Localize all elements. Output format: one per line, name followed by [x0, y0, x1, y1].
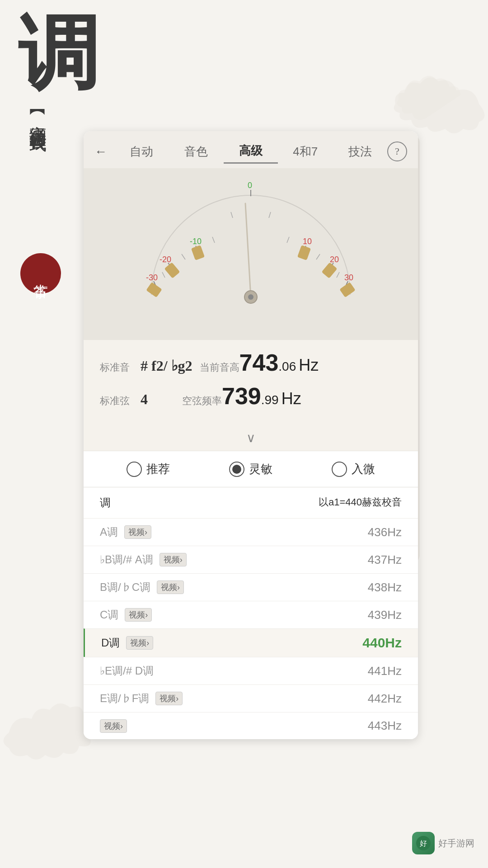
standard-note-value: # f2/ ♭g2: [141, 357, 192, 374]
svg-rect-27: [191, 245, 205, 260]
row-bb-diao-hz: 437Hz: [368, 553, 402, 567]
mode-label: 高级调音模式: [28, 112, 47, 123]
row-d-diao-left: D调 视频›: [101, 636, 153, 650]
svg-rect-30: [339, 282, 356, 297]
svg-line-22: [245, 203, 251, 297]
table-row[interactable]: C调 视频› 439Hz: [84, 601, 418, 628]
radio-fine-circle: [332, 462, 347, 477]
open-hz-int: 739: [222, 382, 261, 410]
svg-line-17: [231, 212, 233, 218]
radio-recommend-label: 推荐: [146, 461, 170, 477]
nav-technique[interactable]: 技法: [333, 140, 387, 163]
radio-fine[interactable]: 入微: [332, 461, 375, 477]
tuner-info: 标准音 # f2/ ♭g2 当前音高 743 . 06 Hz 标准弦 4 空弦频…: [84, 340, 418, 425]
radio-recommend[interactable]: 推荐: [127, 461, 170, 477]
row-a-diao-video[interactable]: 视频›: [124, 525, 151, 539]
svg-text:-10: -10: [190, 237, 202, 246]
nav-bar: ← 自动 音色 高级 4和7 技法 ?: [84, 131, 418, 168]
svg-text:20: 20: [330, 255, 339, 264]
row-bb-diao-left: ♭B调/# A调 视频›: [100, 552, 187, 567]
current-hz-dot: .: [278, 359, 282, 374]
gauge-container: -30 -20 -10 0 10 20: [124, 177, 377, 313]
current-hz-int: 743: [239, 349, 279, 376]
table-row[interactable]: ♭B调/# A调 视频› 437Hz: [84, 546, 418, 573]
table-row[interactable]: E调/♭F调 视频› 442Hz: [84, 684, 418, 712]
svg-text:好: 好: [420, 840, 427, 847]
nav-4and7[interactable]: 4和7: [278, 140, 333, 163]
svg-text:-20: -20: [160, 255, 171, 264]
radio-sensitive-label: 灵敏: [249, 461, 272, 477]
table-row[interactable]: B调/♭C调 视频› 438Hz: [84, 573, 418, 601]
svg-rect-29: [322, 262, 338, 278]
expand-button[interactable]: ∨: [84, 425, 418, 451]
row-b-diao-hz: 438Hz: [368, 580, 402, 594]
gauge-svg: -30 -20 -10 0 10 20: [124, 177, 377, 313]
row-be-diao-label: ♭E调/# D调: [100, 664, 154, 678]
bracket-close: 】: [28, 129, 47, 131]
svg-line-15: [182, 254, 185, 259]
row-a-diao-left: A调 视频›: [100, 525, 151, 539]
watermark-logo-svg: 好: [415, 835, 432, 851]
row-d-diao-video[interactable]: 视频›: [126, 636, 153, 650]
row-last-left: 视频›: [100, 719, 127, 733]
back-button[interactable]: ←: [94, 144, 107, 159]
chevron-down-icon: ∨: [246, 430, 256, 445]
row-d-diao-hz: 440Hz: [362, 635, 402, 651]
nav-auto[interactable]: 自动: [114, 140, 169, 163]
watermark: 好 好手游网: [412, 832, 474, 854]
row-b-diao-left: B调/♭C调 视频›: [100, 580, 184, 594]
row-e-diao-hz: 442Hz: [368, 692, 402, 706]
svg-text:0: 0: [248, 181, 252, 190]
radio-sensitive[interactable]: 灵敏: [229, 461, 272, 477]
vertical-label: 【 高级调音模式 】: [27, 104, 48, 131]
row-b-diao-video[interactable]: 视频›: [157, 580, 184, 594]
row-bb-diao-video[interactable]: 视频›: [160, 553, 187, 566]
tuner-area: -30 -20 -10 0 10 20: [84, 168, 418, 340]
watermark-text: 好手游网: [438, 837, 474, 849]
main-title-char: 调: [18, 14, 99, 95]
sensitivity-row: 推荐 灵敏 入微: [84, 451, 418, 487]
row-be-diao-hz: 441Hz: [368, 664, 402, 678]
svg-line-21: [337, 272, 339, 278]
instrument-badge: 古筝: [20, 253, 61, 294]
table-row-active[interactable]: D调 视频› 440Hz: [84, 628, 418, 657]
row-last-hz: 443Hz: [368, 719, 402, 733]
nav-advanced[interactable]: 高级: [224, 139, 278, 164]
table-row[interactable]: 视频› 443Hz: [84, 712, 418, 739]
svg-line-14: [162, 272, 165, 278]
svg-point-24: [248, 294, 253, 300]
svg-text:-30: -30: [146, 273, 158, 282]
help-button[interactable]: ?: [387, 142, 407, 161]
current-hz-dec: 06: [282, 359, 296, 374]
table-header-right: 以a1=440赫兹校音: [319, 495, 402, 510]
row-bb-diao-label: ♭B调/# A调: [100, 552, 153, 567]
standard-note-line: 标准音 # f2/ ♭g2 当前音高 743 . 06 Hz: [100, 349, 402, 376]
bracket-open: 【: [28, 104, 47, 106]
row-last-video[interactable]: 视频›: [100, 719, 127, 733]
row-a-diao-hz: 436Hz: [368, 525, 402, 539]
current-high-label: 当前音高: [200, 361, 239, 374]
table-row[interactable]: ♭E调/# D调 441Hz: [84, 657, 418, 684]
radio-fine-label: 入微: [352, 461, 375, 477]
standard-note-label: 标准音: [100, 361, 141, 374]
svg-line-19: [287, 237, 289, 243]
row-be-diao-left: ♭E调/# D调: [100, 664, 154, 678]
open-freq-label: 空弦频率: [182, 394, 222, 408]
svg-line-18: [269, 212, 271, 218]
row-e-diao-left: E调/♭F调 视频›: [100, 691, 183, 706]
table-header: 调 以a1=440赫兹校音: [84, 487, 418, 518]
standard-string-line: 标准弦 4 空弦频率 739 . 99 Hz: [100, 382, 402, 410]
row-e-diao-video[interactable]: 视频›: [155, 692, 183, 705]
row-d-diao-label: D调: [101, 636, 120, 650]
table-row[interactable]: A调 视频› 436Hz: [84, 518, 418, 546]
row-c-diao-hz: 439Hz: [368, 608, 402, 622]
row-c-diao-label: C调: [100, 608, 118, 622]
svg-rect-25: [146, 282, 162, 297]
current-hz-unit: Hz: [299, 356, 319, 375]
svg-line-20: [316, 254, 320, 259]
radio-sensitive-dot: [232, 465, 241, 474]
open-hz-dot: .: [261, 393, 265, 407]
row-c-diao-video[interactable]: 视频›: [125, 608, 152, 622]
main-card: ← 自动 音色 高级 4和7 技法 ? -30: [84, 131, 418, 739]
nav-timbre[interactable]: 音色: [169, 140, 224, 163]
